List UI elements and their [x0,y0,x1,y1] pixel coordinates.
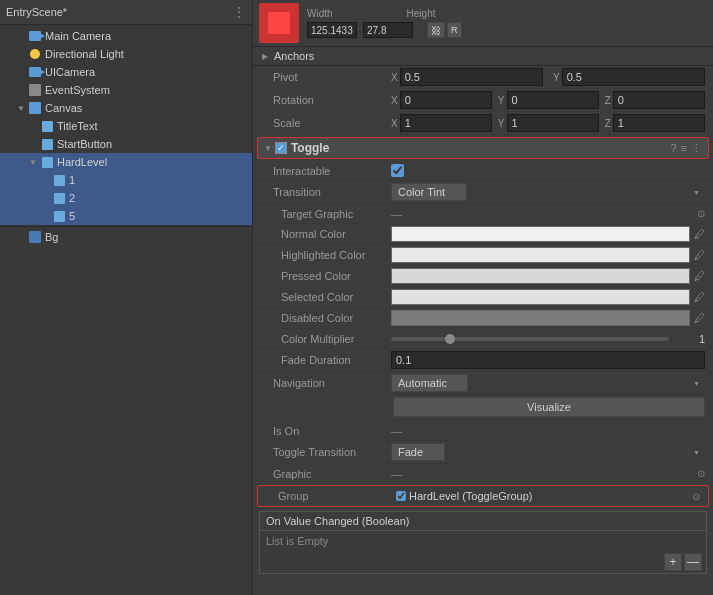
reset-btn[interactable]: R [447,22,462,38]
event-label: On Value Changed (Boolean) [266,515,410,527]
height-input[interactable] [363,22,413,38]
disabled-color-row: Disabled Color 🖊 [253,308,713,329]
toggle-transition-dropdown[interactable]: Fade [391,443,445,461]
settings-icon[interactable]: ≡ [681,142,687,155]
light-icon [28,47,42,61]
navigation-value[interactable]: Automatic [391,374,705,392]
group-row: Group HardLevel (ToggleGroup) ⊙ [257,485,709,507]
selected-color-label: Selected Color [261,291,391,303]
panel-menu-icon[interactable]: ⋮ [232,4,246,20]
tree-item-event-system[interactable]: EventSystem [0,81,252,99]
tree-item-bg[interactable]: Bg [0,228,252,246]
selected-color-eyedropper[interactable]: 🖊 [694,291,705,303]
scale-x[interactable] [400,114,492,132]
label-canvas: Canvas [45,102,82,114]
normal-color-row: Normal Color 🖊 [253,224,713,245]
pressed-color-value: 🖊 [391,268,705,284]
height-label: Height [407,8,436,19]
scene-title: EntryScene* [6,6,67,18]
visualize-button[interactable]: Visualize [393,397,705,417]
selected-color-swatch[interactable] [391,289,690,305]
cube-small-icon [40,119,54,133]
fade-duration-input[interactable] [391,351,705,369]
transition-row: Transition Color Tint [253,181,713,204]
tree-item-directional-light[interactable]: Directional Light [0,45,252,63]
group-picker[interactable]: ⊙ [692,491,700,502]
arrow-canvas[interactable] [16,103,26,113]
toggle-component-header[interactable]: ▼ ✓ Toggle ? ≡ ⋮ [257,137,709,159]
target-graphic-row: Target Graphic — ⊙ [253,204,713,224]
left-panel: EntryScene* ⋮ Main Camera Directional Li… [0,0,253,595]
normal-color-swatch[interactable] [391,226,690,242]
selected-color-value: 🖊 [391,289,705,305]
camera-icon [28,29,42,43]
scale-row: Scale X Y Z [253,112,713,135]
pivot-y[interactable] [562,68,705,86]
help-icon[interactable]: ? [670,142,676,155]
inspector: ▼ ✓ Toggle ? ≡ ⋮ Interactable Transition… [253,135,713,595]
tree-item-hard-level[interactable]: HardLevel [0,153,252,171]
target-graphic-picker[interactable]: ⊙ [697,208,705,219]
tree-item-5[interactable]: 5 [0,207,252,225]
graphic-value: — ⊙ [391,468,705,480]
scale-y[interactable] [507,114,599,132]
highlighted-color-swatch[interactable] [391,247,690,263]
toggle-enable-checkbox[interactable]: ✓ [275,142,287,154]
pressed-color-row: Pressed Color 🖊 [253,266,713,287]
rot-y[interactable] [507,91,599,109]
graphic-dash: — [391,468,402,480]
list-empty-label: List is Empty [266,535,328,547]
menu-icon[interactable]: ⋮ [691,142,702,155]
tree-item-title-text[interactable]: TitleText [0,117,252,135]
group-label: Group [266,490,396,502]
pressed-color-eyedropper[interactable]: 🖊 [694,270,705,282]
cube-small5-icon [52,191,66,205]
pivot-row: Pivot X Y [253,66,713,89]
pivot-x[interactable] [400,68,543,86]
highlighted-color-eyedropper[interactable]: 🖊 [694,249,705,261]
scale-z[interactable] [613,114,705,132]
cube-small3-icon [40,155,54,169]
label-5: 5 [69,210,75,222]
width-input[interactable] [307,22,357,38]
normal-color-eyedropper[interactable]: 🖊 [694,228,705,240]
rot-x[interactable] [400,91,492,109]
graphic-picker[interactable]: ⊙ [697,468,705,479]
label-hard-level: HardLevel [57,156,107,168]
lock-btn[interactable]: ⛓ [427,22,445,38]
label-1: 1 [69,174,75,186]
anchors-arrow: ▶ [259,50,271,62]
color-multiplier-value: 1 [391,333,705,345]
tree-item-main-camera[interactable]: Main Camera [0,27,252,45]
target-graphic-value: — ⊙ [391,208,705,220]
component-icons: ? ≡ ⋮ [670,142,702,155]
group-checkbox[interactable] [396,491,406,501]
tree-item-uicamera[interactable]: UICamera [0,63,252,81]
label-title-text: TitleText [57,120,98,132]
tree-item-1[interactable]: 1 [0,171,252,189]
arrow-hard-level[interactable] [28,157,38,167]
event-header: On Value Changed (Boolean) [260,512,706,531]
navigation-dropdown[interactable]: Automatic [391,374,468,392]
disabled-color-eyedropper[interactable]: 🖊 [694,312,705,324]
interactable-checkbox[interactable] [391,164,404,177]
color-multiplier-label: Color Multiplier [261,333,391,345]
tree-item-canvas[interactable]: Canvas [0,99,252,117]
add-event-button[interactable]: + [664,553,682,571]
pressed-color-swatch[interactable] [391,268,690,284]
tree-item-2[interactable]: 2 [0,189,252,207]
remove-event-button[interactable]: — [684,553,702,571]
pressed-color-label: Pressed Color [261,270,391,282]
tree-item-start-button[interactable]: StartButton [0,135,252,153]
toggle-transition-value[interactable]: Fade [391,443,705,461]
rot-z[interactable] [613,91,705,109]
transition-dropdown[interactable]: Color Tint [391,183,467,201]
disabled-color-swatch[interactable] [391,310,690,326]
cube-small6-icon [52,209,66,223]
color-multiplier-slider[interactable] [391,337,669,341]
anchors-header[interactable]: ▶ Anchors [253,47,713,66]
selected-color-row: Selected Color 🖊 [253,287,713,308]
is-on-value: — [391,425,705,437]
transition-value[interactable]: Color Tint [391,183,705,201]
rotation-row: Rotation X Y Z [253,89,713,112]
